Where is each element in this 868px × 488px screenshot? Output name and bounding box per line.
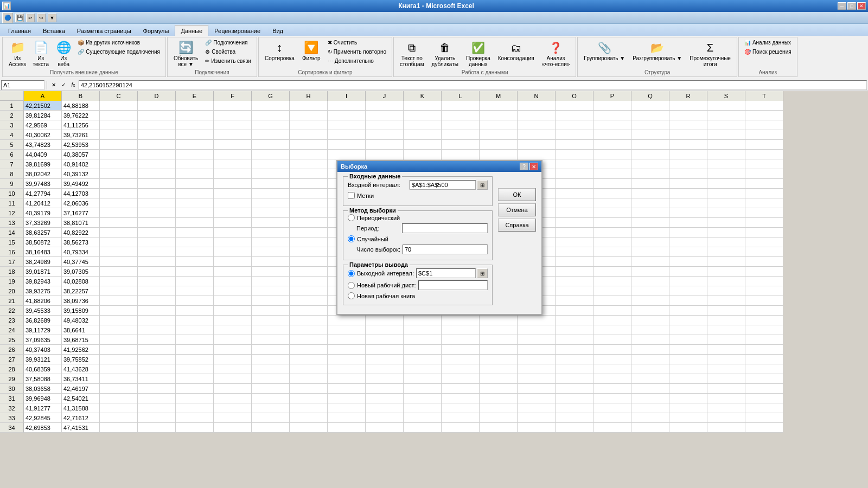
btn-from-web[interactable]: 🌐 Извеба bbox=[53, 38, 74, 69]
cell-empty[interactable] bbox=[707, 247, 745, 257]
cell-empty[interactable] bbox=[176, 296, 214, 306]
cell-empty[interactable] bbox=[176, 277, 214, 286]
cell-a30[interactable]: 38,03658 bbox=[24, 384, 62, 394]
row-header-32[interactable]: 32 bbox=[0, 403, 24, 413]
cell-empty[interactable] bbox=[290, 423, 328, 433]
cell-empty[interactable] bbox=[745, 277, 783, 286]
cell-empty[interactable] bbox=[252, 277, 290, 286]
cell-empty[interactable] bbox=[745, 335, 783, 345]
cell-a14[interactable]: 38,63257 bbox=[24, 228, 62, 237]
cell-empty[interactable] bbox=[556, 335, 593, 345]
cell-empty[interactable] bbox=[556, 257, 593, 267]
col-header-r[interactable]: R bbox=[669, 91, 707, 101]
cell-empty[interactable] bbox=[631, 247, 669, 257]
row-header-13[interactable]: 13 bbox=[0, 218, 24, 228]
cell-empty[interactable] bbox=[556, 345, 593, 355]
cell-empty[interactable] bbox=[100, 247, 138, 257]
cell-empty[interactable] bbox=[100, 355, 138, 364]
cell-empty[interactable] bbox=[138, 423, 176, 433]
col-header-s[interactable]: S bbox=[707, 91, 745, 101]
cell-b23[interactable]: 49,48032 bbox=[62, 316, 100, 325]
cell-empty[interactable] bbox=[556, 159, 593, 169]
cell-empty[interactable] bbox=[631, 150, 669, 159]
cell-empty[interactable] bbox=[442, 413, 480, 423]
dialog-help-button[interactable]: ? bbox=[520, 163, 528, 170]
cell-empty[interactable] bbox=[290, 316, 328, 325]
cell-empty[interactable] bbox=[290, 345, 328, 355]
cell-empty[interactable] bbox=[366, 394, 404, 403]
cell-empty[interactable] bbox=[252, 179, 290, 189]
btn-filter[interactable]: 🔽 Фильтр bbox=[299, 38, 323, 63]
labels-checkbox[interactable] bbox=[348, 192, 355, 199]
cell-b15[interactable]: 38,56273 bbox=[62, 237, 100, 247]
cell-empty[interactable] bbox=[214, 120, 252, 130]
cell-empty[interactable] bbox=[518, 374, 556, 384]
cell-b25[interactable]: 39,68715 bbox=[62, 335, 100, 345]
cell-empty[interactable] bbox=[631, 384, 669, 394]
cell-empty[interactable] bbox=[214, 394, 252, 403]
cell-empty[interactable] bbox=[707, 335, 745, 345]
cell-empty[interactable] bbox=[328, 345, 366, 355]
cell-empty[interactable] bbox=[328, 355, 366, 364]
app-icon[interactable]: 📊 bbox=[2, 2, 11, 10]
cell-empty[interactable] bbox=[480, 120, 518, 130]
new-sheet-radio[interactable] bbox=[348, 282, 355, 289]
samples-count-input[interactable] bbox=[403, 245, 488, 254]
periodic-radio[interactable] bbox=[348, 214, 355, 221]
cell-empty[interactable] bbox=[100, 179, 138, 189]
cell-b27[interactable]: 39,75852 bbox=[62, 355, 100, 364]
cell-empty[interactable] bbox=[214, 277, 252, 286]
cell-empty[interactable] bbox=[138, 179, 176, 189]
tab-insert[interactable]: Вставка bbox=[37, 25, 71, 36]
cell-empty[interactable] bbox=[745, 169, 783, 179]
cell-empty[interactable] bbox=[707, 306, 745, 316]
cell-empty[interactable] bbox=[669, 257, 707, 267]
cell-empty[interactable] bbox=[138, 111, 176, 120]
cell-empty[interactable] bbox=[631, 111, 669, 120]
btn-remove-duplicates[interactable]: 🗑 Удалитьдубликаты bbox=[429, 38, 461, 69]
cell-empty[interactable] bbox=[366, 101, 404, 111]
cell-empty[interactable] bbox=[252, 218, 290, 228]
cell-empty[interactable] bbox=[404, 374, 442, 384]
row-header-16[interactable]: 16 bbox=[0, 247, 24, 257]
cell-empty[interactable] bbox=[290, 403, 328, 413]
cell-empty[interactable] bbox=[252, 306, 290, 316]
cell-empty[interactable] bbox=[100, 169, 138, 179]
cell-empty[interactable] bbox=[707, 345, 745, 355]
cell-empty[interactable] bbox=[631, 423, 669, 433]
cell-empty[interactable] bbox=[745, 286, 783, 296]
col-header-a[interactable]: A bbox=[24, 91, 62, 101]
cell-empty[interactable] bbox=[404, 384, 442, 394]
cell-b11[interactable]: 42,06036 bbox=[62, 198, 100, 208]
cell-empty[interactable] bbox=[442, 101, 480, 111]
row-header-20[interactable]: 20 bbox=[0, 286, 24, 296]
cell-empty[interactable] bbox=[631, 316, 669, 325]
cell-empty[interactable] bbox=[707, 218, 745, 228]
cell-empty[interactable] bbox=[366, 120, 404, 130]
cell-empty[interactable] bbox=[138, 374, 176, 384]
cell-empty[interactable] bbox=[631, 277, 669, 286]
cell-empty[interactable] bbox=[290, 413, 328, 423]
cell-empty[interactable] bbox=[290, 140, 328, 150]
row-header-17[interactable]: 17 bbox=[0, 257, 24, 267]
cell-b8[interactable]: 40,39132 bbox=[62, 169, 100, 179]
cell-b32[interactable]: 41,31588 bbox=[62, 403, 100, 413]
cell-empty[interactable] bbox=[100, 218, 138, 228]
cell-empty[interactable] bbox=[669, 228, 707, 237]
cell-a6[interactable]: 44,0409 bbox=[24, 150, 62, 159]
cell-empty[interactable] bbox=[176, 374, 214, 384]
cell-empty[interactable] bbox=[593, 140, 631, 150]
cell-a27[interactable]: 39,93121 bbox=[24, 355, 62, 364]
row-header-21[interactable]: 21 bbox=[0, 296, 24, 306]
cell-empty[interactable] bbox=[138, 267, 176, 277]
row-header-33[interactable]: 33 bbox=[0, 413, 24, 423]
period-input[interactable] bbox=[402, 223, 488, 233]
cell-empty[interactable] bbox=[100, 364, 138, 374]
cell-empty[interactable] bbox=[480, 130, 518, 140]
cell-empty[interactable] bbox=[745, 218, 783, 228]
cell-a10[interactable]: 41,27794 bbox=[24, 189, 62, 198]
cell-empty[interactable] bbox=[745, 374, 783, 384]
cell-empty[interactable] bbox=[631, 120, 669, 130]
cell-empty[interactable] bbox=[100, 189, 138, 198]
cell-empty[interactable] bbox=[252, 384, 290, 394]
